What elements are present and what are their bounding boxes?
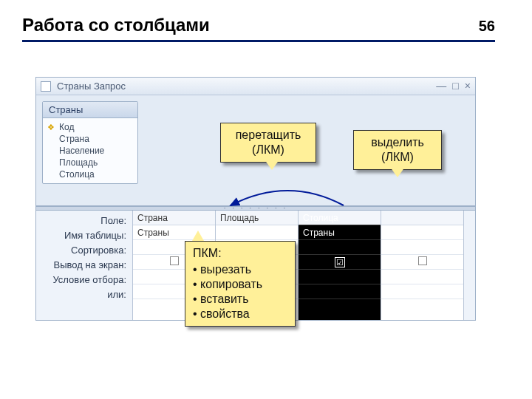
- window-icon: [41, 81, 51, 92]
- maximize-icon[interactable]: □: [452, 80, 458, 92]
- callout-drag: перетащить (ЛКМ): [220, 123, 316, 163]
- field-list[interactable]: Страны ❖Код Страна Население Площадь Сто…: [42, 101, 138, 184]
- context-item: копировать: [193, 277, 287, 292]
- callout-context-pointer: [192, 231, 204, 241]
- field-row[interactable]: Население: [47, 145, 133, 157]
- primary-key-icon: ❖: [47, 123, 55, 132]
- slide-title: Работа со столбцами: [22, 15, 210, 35]
- field-row[interactable]: Площадь: [47, 157, 133, 168]
- field-list-header: Страны: [43, 102, 137, 118]
- show-checkbox-checked[interactable]: ☑: [335, 257, 345, 267]
- window-titlebar: Страны Запрос — □ ×: [36, 78, 475, 95]
- grid-column-empty[interactable]: [381, 211, 464, 320]
- minimize-icon[interactable]: —: [436, 80, 446, 92]
- title-underline: [22, 40, 495, 42]
- field-row[interactable]: Столица: [47, 168, 133, 180]
- callout-select-pointer: [390, 167, 405, 177]
- callout-context-menu: ПКМ: вырезать копировать вставить свойст…: [185, 241, 296, 327]
- callout-select: выделить (ЛКМ): [353, 130, 442, 170]
- show-checkbox[interactable]: [170, 256, 179, 265]
- callout-drag-pointer: [265, 160, 279, 170]
- context-item: свойства: [193, 307, 287, 321]
- page-number: 56: [479, 18, 495, 35]
- window-title: Страны Запрос: [57, 81, 126, 92]
- row-labels: Поле: Имя таблицы: Сортировка: Вывод на …: [36, 211, 132, 320]
- context-item: вставить: [193, 292, 287, 307]
- close-icon[interactable]: ×: [465, 80, 471, 92]
- pane-splitter[interactable]: [36, 206, 475, 211]
- show-checkbox[interactable]: [418, 256, 427, 265]
- context-item: вырезать: [193, 262, 287, 277]
- grid-column-selected[interactable]: Столица Страны ☑: [299, 211, 381, 320]
- field-row-key[interactable]: ❖Код: [47, 121, 133, 133]
- field-row[interactable]: Страна: [47, 133, 133, 145]
